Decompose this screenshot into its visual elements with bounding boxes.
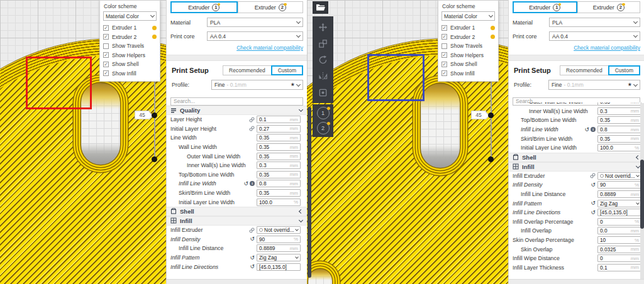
recommended-button[interactable]: Recommended	[560, 65, 609, 75]
color-scheme-option[interactable]: ✓ Show Helpers	[441, 51, 495, 60]
checkbox[interactable]	[441, 43, 447, 49]
info-icon[interactable]: i	[250, 181, 255, 186]
color-scheme-option[interactable]: Show Travels	[441, 41, 495, 51]
info-icon[interactable]: i	[591, 127, 596, 132]
checkbox[interactable]: ✓	[441, 70, 447, 76]
color-scheme-option[interactable]: ✓ Extruder 1	[103, 23, 157, 33]
setting-value-field[interactable]: [45.0,135.0]	[257, 263, 301, 271]
move-tool-icon[interactable]	[318, 21, 329, 33]
checkbox[interactable]: ✓	[103, 34, 109, 40]
per-model-settings-icon[interactable]	[318, 87, 329, 98]
revert-icon[interactable]: ↺	[250, 255, 255, 261]
revert-icon[interactable]: ↺	[591, 210, 596, 216]
settings-section-header[interactable]: Quality	[167, 106, 307, 115]
setting-value-field[interactable]: 0 mm	[597, 254, 641, 262]
viewport-right[interactable]: 1 2 Color scheme Material Color ✓ Extrud…	[307, 0, 508, 284]
setting-value-field[interactable]: 0.27 mm	[257, 125, 301, 133]
rotate-tool-icon[interactable]	[318, 54, 329, 65]
checkbox[interactable]: ✓	[103, 70, 109, 76]
setting-value-field[interactable]: 0.3 mm	[257, 161, 301, 169]
slider-handle-bottom[interactable]	[152, 156, 157, 162]
settings-section-header[interactable]: Infill	[509, 162, 644, 172]
setting-value-field[interactable]: 0.0325 mm	[597, 246, 641, 253]
slider-track[interactable]	[154, 80, 155, 162]
color-scheme-option[interactable]: ✓ Extruder 2	[103, 33, 157, 42]
slider-handle-bottom[interactable]	[488, 156, 494, 162]
checkbox[interactable]: ✓	[103, 52, 109, 58]
setting-value-field[interactable]: 0.35 mm	[257, 171, 301, 178]
tab-extruder-1[interactable]: Extruder 1	[170, 1, 238, 13]
checkbox[interactable]: ✓	[441, 52, 447, 58]
setting-value-field[interactable]: 0 %	[597, 218, 641, 226]
setting-value-field[interactable]: 0.35 mm	[257, 143, 301, 151]
setting-value-field[interactable]: 10 %	[597, 236, 641, 244]
color-scheme-option[interactable]: Show Travels	[103, 41, 157, 51]
checkbox[interactable]	[103, 43, 109, 49]
tab-extruder-2[interactable]: Extruder 2	[577, 1, 641, 13]
color-scheme-option[interactable]: ✓ Show Shell	[103, 60, 157, 69]
color-scheme-option[interactable]: ✓ Extruder 2	[441, 33, 495, 42]
setting-value-field[interactable]: 0.1 mm	[597, 264, 641, 271]
setting-value-field[interactable]: 0.8889 mm	[257, 244, 301, 252]
setting-value-field[interactable]: 0.8 mm	[597, 126, 641, 133]
revert-icon[interactable]: ↺	[250, 236, 255, 242]
setting-value-field[interactable]: 0.35 mm	[257, 134, 301, 141]
setting-value-field[interactable]: 0.35 mm	[257, 189, 301, 197]
setting-value-field[interactable]: 0.8 mm	[257, 180, 301, 187]
custom-button[interactable]: Custom	[608, 65, 640, 75]
profile-dropdown[interactable]: Fine - 0.1mm ★	[211, 80, 303, 90]
setting-value-field[interactable]: Zig Zag	[257, 254, 301, 261]
settings-section-header[interactable]: Shell	[509, 153, 644, 162]
checkbox[interactable]: ✓	[441, 25, 447, 31]
setting-value-field[interactable]: 0.35 mm	[597, 116, 641, 124]
slider-handle-top[interactable]	[152, 112, 157, 118]
extruder-2-button[interactable]: 2	[317, 122, 330, 134]
settings-section-header[interactable]: Infill	[167, 216, 307, 226]
revert-icon[interactable]: ↺	[243, 181, 248, 187]
setting-value-field[interactable]: 0.35 mm	[597, 102, 641, 106]
color-scheme-dropdown[interactable]: Material Color	[103, 11, 157, 21]
scrollbar-handle[interactable]	[640, 160, 644, 229]
revert-icon[interactable]: ↺	[591, 182, 596, 188]
revert-icon[interactable]: ↺	[591, 200, 596, 206]
checkbox[interactable]: ✓	[441, 62, 447, 67]
setting-value-field[interactable]: 0.3 mm	[597, 107, 641, 115]
setting-value-field[interactable]: 0.0 mm	[597, 227, 641, 234]
checkbox[interactable]: ✓	[103, 25, 109, 31]
setting-value-field[interactable]: Zig Zag	[597, 200, 641, 207]
color-scheme-option[interactable]: ✓ Show Shell	[441, 60, 495, 69]
setting-value-field[interactable]: 0.35 mm	[597, 135, 641, 143]
print-core-dropdown[interactable]: AA 0.4	[207, 31, 303, 41]
setting-value-field[interactable]: 0.1 mm	[257, 116, 301, 123]
setting-value-field[interactable]: [45.0,135.0]	[597, 209, 641, 216]
print-core-dropdown[interactable]: AA 0.4	[549, 31, 640, 41]
extruder-1-button[interactable]: 1	[317, 107, 330, 119]
color-scheme-option[interactable]: ✓ Show Infill	[103, 69, 157, 79]
scale-tool-icon[interactable]	[318, 38, 329, 49]
check-material-compatibility-link[interactable]: Check material compatibility	[509, 45, 640, 51]
slider-track[interactable]	[491, 80, 492, 162]
revert-icon[interactable]: ↺	[584, 127, 589, 133]
search-input[interactable]	[170, 97, 303, 106]
setting-value-field[interactable]: 100.0 %	[597, 144, 641, 151]
scrollbar[interactable]	[308, 107, 311, 278]
mirror-tool-icon[interactable]	[318, 70, 329, 82]
setting-value-field[interactable]: 0.8889 mm	[597, 190, 641, 198]
material-dropdown[interactable]: PLA	[207, 18, 303, 27]
revert-icon[interactable]: ↺	[250, 264, 255, 270]
slider-handle-top[interactable]	[488, 112, 494, 118]
color-scheme-option[interactable]: ✓ Extruder 1	[441, 23, 495, 33]
recommended-button[interactable]: Recommended	[223, 65, 272, 75]
viewport-left[interactable]: Color scheme Material Color ✓ Extruder 1…	[0, 0, 166, 284]
profile-dropdown[interactable]: Fine - 0.1mm ★	[548, 80, 640, 90]
material-dropdown[interactable]: PLA	[549, 18, 640, 27]
tab-extruder-2[interactable]: Extruder 2	[238, 1, 304, 13]
color-scheme-option[interactable]: ✓ Show Helpers	[103, 51, 157, 60]
scrollbar[interactable]	[640, 103, 644, 279]
setting-value-field[interactable]: 90 %	[597, 181, 641, 188]
open-file-button[interactable]	[313, 1, 328, 14]
custom-button[interactable]: Custom	[271, 65, 303, 75]
setting-value-field[interactable]: 100.0 %	[257, 199, 301, 206]
checkbox[interactable]: ✓	[441, 34, 447, 40]
check-material-compatibility-link[interactable]: Check material compatibility	[167, 45, 303, 51]
